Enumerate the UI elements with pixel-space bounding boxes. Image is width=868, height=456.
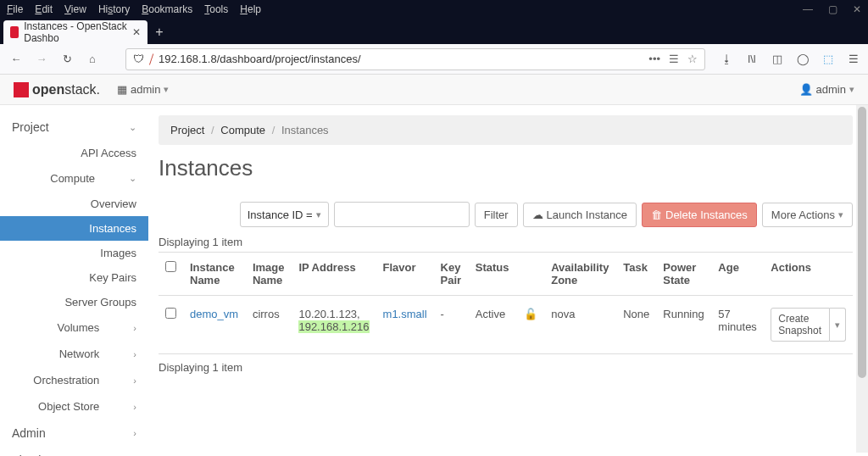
- sidebar-overview[interactable]: Overview: [0, 192, 148, 216]
- brand-rest: stack.: [64, 82, 100, 97]
- hamburger-menu-icon[interactable]: ☰: [846, 53, 861, 65]
- domain-project-selector[interactable]: ▦ admin ▾: [117, 83, 169, 96]
- sidebar-object-store[interactable]: Object Store ›: [0, 393, 148, 420]
- sidebar-icon[interactable]: ◫: [770, 53, 785, 65]
- unlock-icon[interactable]: 🔓: [524, 308, 537, 320]
- sidebar-object-store-label: Object Store: [38, 400, 99, 413]
- sidebar-server-groups[interactable]: Server Groups: [0, 290, 148, 314]
- chevron-right-icon: ›: [133, 428, 136, 438]
- age-cell: 57 minutes: [711, 296, 764, 354]
- reader-icon[interactable]: ☰: [669, 53, 679, 65]
- item-count-top: Displaying 1 item: [159, 236, 853, 248]
- col-status[interactable]: Status: [469, 253, 544, 296]
- home-button[interactable]: ⌂: [83, 50, 102, 69]
- sidebar-api-access[interactable]: API Access: [0, 141, 148, 165]
- window-minimize-icon[interactable]: —: [803, 3, 813, 15]
- chevron-down-icon: ⌄: [129, 122, 136, 133]
- more-icon[interactable]: •••: [648, 53, 660, 65]
- item-count-bottom: Displaying 1 item: [159, 361, 853, 374]
- sidebar-compute[interactable]: Compute ⌄: [0, 165, 148, 192]
- url-input[interactable]: 🛡 ⧸ 192.168.1.8/dashboard/project/instan…: [125, 48, 705, 70]
- col-az[interactable]: Availability Zone: [544, 253, 616, 296]
- filter-button[interactable]: Filter: [475, 203, 518, 227]
- openstack-logo[interactable]: openstack.: [14, 82, 100, 97]
- window-close-icon[interactable]: ✕: [853, 3, 861, 15]
- keypair-cell: -: [434, 296, 469, 354]
- col-age[interactable]: Age: [711, 253, 764, 296]
- create-snapshot-button[interactable]: Create Snapshot: [771, 308, 830, 342]
- sidebar-project-label: Project: [12, 120, 49, 134]
- table-row: demo_vm cirros 10.20.1.123, 192.168.1.21…: [159, 296, 853, 354]
- menu-edit[interactable]: Edit: [35, 3, 53, 15]
- caret-down-icon: ▾: [164, 84, 169, 95]
- shield-icon[interactable]: 🛡: [133, 53, 144, 65]
- instance-name-link[interactable]: demo_vm: [190, 308, 238, 320]
- scroll-thumb[interactable]: [858, 107, 866, 378]
- sidebar-admin[interactable]: Admin ›: [0, 420, 148, 447]
- sidebar-network[interactable]: Network ›: [0, 341, 148, 367]
- chevron-right-icon: ›: [133, 375, 136, 386]
- menu-bookmarks[interactable]: Bookmarks: [142, 3, 192, 15]
- user-icon: 👤: [799, 83, 813, 96]
- sidebar-project[interactable]: Project ⌄: [0, 114, 148, 141]
- row-action-dropdown[interactable]: ▾: [830, 308, 846, 342]
- breadcrumb-compute[interactable]: Compute: [220, 124, 265, 136]
- table-header-row: Instance Name Image Name IP Address Flav…: [159, 253, 853, 296]
- flavor-link[interactable]: m1.small: [383, 308, 427, 320]
- col-key-pair[interactable]: Key Pair: [434, 253, 469, 296]
- sidebar-volumes[interactable]: Volumes ›: [0, 314, 148, 341]
- col-task[interactable]: Task: [616, 253, 656, 296]
- sidebar-volumes-label: Volumes: [57, 321, 99, 334]
- browser-tab[interactable]: Instances - OpenStack Dashbo ✕: [3, 20, 147, 44]
- tab-close-icon[interactable]: ✕: [132, 26, 141, 38]
- browser-url-bar: ← → ↻ ⌂ 🛡 ⧸ 192.168.1.8/dashboard/projec…: [0, 44, 868, 75]
- download-icon[interactable]: ⭳: [719, 53, 734, 65]
- col-power-state[interactable]: Power State: [656, 253, 711, 296]
- domain-icon: ▦: [117, 83, 127, 96]
- account-icon[interactable]: ◯: [795, 53, 810, 65]
- row-action-group: Create Snapshot ▾: [771, 308, 846, 342]
- reload-button[interactable]: ↻: [58, 50, 76, 69]
- forward-button[interactable]: →: [32, 50, 51, 69]
- window-maximize-icon[interactable]: ▢: [828, 3, 837, 15]
- user-menu[interactable]: 👤 admin ▾: [799, 83, 854, 96]
- menu-history[interactable]: History: [98, 3, 130, 15]
- filter-input[interactable]: [334, 202, 470, 227]
- extension-icon[interactable]: ⬚: [821, 53, 836, 65]
- row-checkbox[interactable]: [165, 308, 176, 319]
- menu-help[interactable]: Help: [240, 3, 261, 15]
- ip-floating: 192.168.1.216: [298, 320, 369, 333]
- col-image-name[interactable]: Image Name: [246, 253, 292, 296]
- menu-view[interactable]: View: [64, 3, 86, 15]
- col-flavor[interactable]: Flavor: [376, 253, 434, 296]
- domain-label: admin: [131, 83, 160, 96]
- new-tab-button[interactable]: +: [147, 20, 171, 44]
- col-actions: Actions: [764, 253, 853, 296]
- launch-label: Launch Instance: [547, 209, 627, 221]
- launch-instance-button[interactable]: ☁ Launch Instance: [523, 203, 637, 227]
- breadcrumb-project[interactable]: Project: [170, 124, 204, 136]
- filter-field-select[interactable]: Instance ID = ▾: [240, 202, 329, 227]
- chevron-right-icon: ›: [133, 349, 136, 359]
- caret-down-icon: ▾: [838, 209, 843, 220]
- more-actions-button[interactable]: More Actions ▾: [762, 203, 853, 227]
- bookmark-star-icon[interactable]: ☆: [687, 53, 698, 65]
- browser-menu-bar: File Edit View History Bookmarks Tools H…: [0, 0, 868, 19]
- library-icon[interactable]: l\l: [744, 53, 760, 65]
- vertical-scrollbar[interactable]: [856, 105, 868, 453]
- sidebar-key-pairs[interactable]: Key Pairs: [0, 265, 148, 290]
- sidebar: Project ⌄ API Access Compute ⌄ Overview …: [0, 105, 148, 456]
- menu-tools[interactable]: Tools: [204, 3, 228, 15]
- sidebar-instances[interactable]: Instances: [0, 216, 148, 241]
- sidebar-orchestration[interactable]: Orchestration ›: [0, 367, 148, 393]
- sidebar-identity[interactable]: Identity ›: [0, 447, 148, 456]
- chevron-down-icon: ⌄: [129, 173, 136, 184]
- chevron-right-icon: ›: [133, 323, 136, 333]
- col-ip-address[interactable]: IP Address: [292, 253, 376, 296]
- delete-instances-button[interactable]: 🗑 Delete Instances: [642, 203, 757, 227]
- col-instance-name[interactable]: Instance Name: [183, 253, 246, 296]
- back-button[interactable]: ←: [7, 50, 25, 69]
- sidebar-images[interactable]: Images: [0, 241, 148, 265]
- menu-file[interactable]: File: [7, 3, 23, 15]
- select-all-checkbox[interactable]: [165, 261, 176, 272]
